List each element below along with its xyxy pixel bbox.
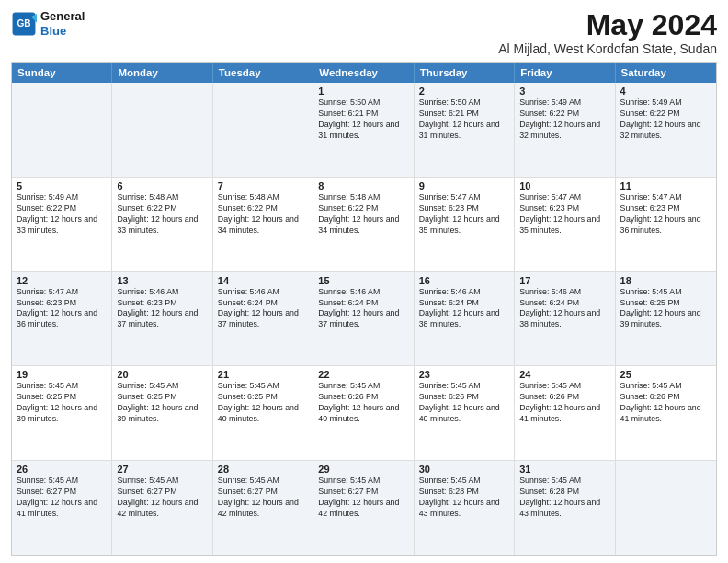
calendar-day-cell: 16Sunrise: 5:46 AM Sunset: 6:24 PM Dayli… [415,272,515,366]
day-number: 22 [318,369,408,380]
calendar-header-cell: Saturday [616,63,716,83]
calendar-day-cell: 6Sunrise: 5:48 AM Sunset: 6:22 PM Daylig… [112,178,212,271]
logo-general: General [40,9,85,24]
day-info: Sunrise: 5:45 AM Sunset: 6:27 PM Dayligh… [17,476,107,520]
calendar-day-cell: 10Sunrise: 5:47 AM Sunset: 6:23 PM Dayli… [515,178,615,271]
day-info: Sunrise: 5:50 AM Sunset: 6:21 PM Dayligh… [318,98,408,142]
calendar-week-row: 1Sunrise: 5:50 AM Sunset: 6:21 PM Daylig… [12,83,716,177]
calendar-header-cell: Tuesday [213,63,313,83]
day-number: 20 [117,369,207,380]
day-info: Sunrise: 5:45 AM Sunset: 6:25 PM Dayligh… [117,381,207,425]
calendar-day-cell [616,461,716,555]
day-number: 16 [419,275,509,286]
calendar-day-cell: 29Sunrise: 5:45 AM Sunset: 6:27 PM Dayli… [313,461,414,555]
day-number: 25 [620,369,711,380]
calendar-body: 1Sunrise: 5:50 AM Sunset: 6:21 PM Daylig… [12,83,716,555]
day-info: Sunrise: 5:45 AM Sunset: 6:26 PM Dayligh… [318,381,408,425]
calendar-week-row: 26Sunrise: 5:45 AM Sunset: 6:27 PM Dayli… [12,460,716,555]
calendar-day-cell: 18Sunrise: 5:45 AM Sunset: 6:25 PM Dayli… [616,272,716,366]
calendar-day-cell: 2Sunrise: 5:50 AM Sunset: 6:21 PM Daylig… [415,83,515,177]
calendar-day-cell: 4Sunrise: 5:49 AM Sunset: 6:22 PM Daylig… [616,83,716,177]
month-title: May 2024 [498,9,717,41]
header: GB General Blue May 2024 Al Mijlad, West… [11,9,717,56]
calendar-day-cell: 27Sunrise: 5:45 AM Sunset: 6:27 PM Dayli… [112,461,212,555]
calendar-day-cell: 15Sunrise: 5:46 AM Sunset: 6:24 PM Dayli… [313,272,414,366]
day-info: Sunrise: 5:46 AM Sunset: 6:24 PM Dayligh… [519,287,609,331]
day-number: 3 [519,86,609,97]
day-info: Sunrise: 5:49 AM Sunset: 6:22 PM Dayligh… [17,192,107,236]
day-number: 11 [620,180,711,191]
calendar-day-cell: 21Sunrise: 5:45 AM Sunset: 6:25 PM Dayli… [213,366,313,460]
calendar-day-cell: 30Sunrise: 5:45 AM Sunset: 6:28 PM Dayli… [415,461,515,555]
calendar-day-cell: 17Sunrise: 5:46 AM Sunset: 6:24 PM Dayli… [515,272,615,366]
calendar-day-cell: 9Sunrise: 5:47 AM Sunset: 6:23 PM Daylig… [415,178,515,271]
day-info: Sunrise: 5:48 AM Sunset: 6:22 PM Dayligh… [117,192,207,236]
calendar-day-cell: 31Sunrise: 5:45 AM Sunset: 6:28 PM Dayli… [515,461,615,555]
day-number: 10 [519,180,609,191]
logo: GB General Blue [11,9,85,38]
calendar-day-cell [12,83,112,177]
day-info: Sunrise: 5:45 AM Sunset: 6:27 PM Dayligh… [318,476,408,520]
day-number: 2 [419,86,509,97]
day-info: Sunrise: 5:45 AM Sunset: 6:28 PM Dayligh… [419,476,509,520]
calendar-day-cell: 11Sunrise: 5:47 AM Sunset: 6:23 PM Dayli… [616,178,716,271]
day-number: 15 [318,275,408,286]
day-number: 1 [318,86,408,97]
day-number: 8 [318,180,408,191]
logo-icon: GB [11,11,37,37]
day-info: Sunrise: 5:46 AM Sunset: 6:24 PM Dayligh… [318,287,408,331]
day-number: 24 [519,369,609,380]
day-number: 9 [419,180,509,191]
day-info: Sunrise: 5:49 AM Sunset: 6:22 PM Dayligh… [519,98,609,142]
day-number: 5 [17,180,107,191]
day-number: 23 [419,369,509,380]
calendar-day-cell: 22Sunrise: 5:45 AM Sunset: 6:26 PM Dayli… [313,366,414,460]
logo-blue: Blue [40,24,85,39]
day-number: 13 [117,275,207,286]
day-info: Sunrise: 5:46 AM Sunset: 6:24 PM Dayligh… [419,287,509,331]
day-number: 14 [218,275,308,286]
calendar-day-cell: 19Sunrise: 5:45 AM Sunset: 6:25 PM Dayli… [12,366,112,460]
calendar: SundayMondayTuesdayWednesdayThursdayFrid… [11,62,717,556]
logo-text: General Blue [40,9,85,38]
calendar-day-cell [112,83,212,177]
calendar-day-cell: 25Sunrise: 5:45 AM Sunset: 6:26 PM Dayli… [616,366,716,460]
day-number: 31 [519,464,609,475]
day-info: Sunrise: 5:45 AM Sunset: 6:27 PM Dayligh… [218,476,308,520]
calendar-day-cell: 7Sunrise: 5:48 AM Sunset: 6:22 PM Daylig… [213,178,313,271]
day-info: Sunrise: 5:45 AM Sunset: 6:26 PM Dayligh… [419,381,509,425]
calendar-day-cell: 14Sunrise: 5:46 AM Sunset: 6:24 PM Dayli… [213,272,313,366]
calendar-week-row: 19Sunrise: 5:45 AM Sunset: 6:25 PM Dayli… [12,365,716,460]
day-info: Sunrise: 5:47 AM Sunset: 6:23 PM Dayligh… [17,287,107,331]
calendar-week-row: 5Sunrise: 5:49 AM Sunset: 6:22 PM Daylig… [12,177,716,271]
calendar-header-cell: Thursday [415,63,515,83]
day-number: 19 [17,369,107,380]
day-number: 18 [620,275,711,286]
calendar-day-cell: 1Sunrise: 5:50 AM Sunset: 6:21 PM Daylig… [313,83,414,177]
day-number: 4 [620,86,711,97]
calendar-day-cell: 24Sunrise: 5:45 AM Sunset: 6:26 PM Dayli… [515,366,615,460]
day-info: Sunrise: 5:45 AM Sunset: 6:25 PM Dayligh… [620,287,711,331]
calendar-header-cell: Sunday [12,63,112,83]
calendar-day-cell [213,83,313,177]
day-info: Sunrise: 5:48 AM Sunset: 6:22 PM Dayligh… [318,192,408,236]
day-info: Sunrise: 5:45 AM Sunset: 6:26 PM Dayligh… [620,381,711,425]
day-info: Sunrise: 5:45 AM Sunset: 6:28 PM Dayligh… [519,476,609,520]
calendar-day-cell: 20Sunrise: 5:45 AM Sunset: 6:25 PM Dayli… [112,366,212,460]
calendar-day-cell: 12Sunrise: 5:47 AM Sunset: 6:23 PM Dayli… [12,272,112,366]
day-info: Sunrise: 5:46 AM Sunset: 6:23 PM Dayligh… [117,287,207,331]
day-number: 26 [17,464,107,475]
page: GB General Blue May 2024 Al Mijlad, West… [0,0,728,563]
day-info: Sunrise: 5:45 AM Sunset: 6:26 PM Dayligh… [519,381,609,425]
calendar-week-row: 12Sunrise: 5:47 AM Sunset: 6:23 PM Dayli… [12,271,716,366]
calendar-header-cell: Monday [112,63,212,83]
calendar-day-cell: 8Sunrise: 5:48 AM Sunset: 6:22 PM Daylig… [313,178,414,271]
day-number: 7 [218,180,308,191]
day-info: Sunrise: 5:45 AM Sunset: 6:25 PM Dayligh… [17,381,107,425]
day-info: Sunrise: 5:47 AM Sunset: 6:23 PM Dayligh… [419,192,509,236]
title-block: May 2024 Al Mijlad, West Kordofan State,… [498,9,717,56]
day-number: 6 [117,180,207,191]
calendar-day-cell: 13Sunrise: 5:46 AM Sunset: 6:23 PM Dayli… [112,272,212,366]
location-subtitle: Al Mijlad, West Kordofan State, Sudan [498,41,717,56]
calendar-day-cell: 28Sunrise: 5:45 AM Sunset: 6:27 PM Dayli… [213,461,313,555]
